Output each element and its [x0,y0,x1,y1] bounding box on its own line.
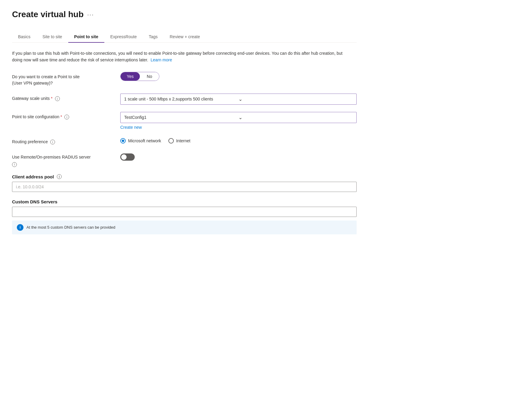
gateway-scale-control[interactable]: 1 scale unit - 500 Mbps x 2,supports 500… [120,94,357,105]
p2s-config-chevron: ⌄ [238,115,353,120]
dns-info-icon: i [17,224,23,231]
no-option[interactable]: No [140,72,159,81]
tab-site-to-site[interactable]: Site to site [36,31,68,43]
dns-info-note: i At the most 5 custom DNS servers can b… [12,221,357,234]
routing-pref-radio-group: Microsoft network Internet [120,137,357,144]
create-new-link[interactable]: Create new [120,125,357,130]
p2s-config-control: TestConfig1 ⌄ Create new [120,112,357,130]
internet-option[interactable]: Internet [168,138,190,144]
internet-label: Internet [176,138,190,143]
client-address-pool-heading: Client address pool i [12,174,357,179]
tab-review-create[interactable]: Review + create [164,31,206,43]
gateway-scale-label: Gateway scale units * i [12,94,114,102]
tab-point-to-site[interactable]: Point to site [68,31,104,43]
gateway-scale-chevron: ⌄ [238,96,353,102]
custom-dns-section: Custom DNS Servers i At the most 5 custo… [12,199,357,234]
gateway-scale-dropdown[interactable]: 1 scale unit - 500 Mbps x 2,supports 500… [120,94,357,105]
routing-pref-control: Microsoft network Internet [120,137,357,144]
routing-pref-label: Routing preference i [12,137,114,145]
radius-info-icon[interactable]: i [12,162,17,167]
gateway-scale-info-icon[interactable]: i [55,96,60,101]
client-address-pool-info-icon[interactable]: i [57,174,62,179]
p2s-config-dropdown[interactable]: TestConfig1 ⌄ [120,112,357,123]
tab-basics[interactable]: Basics [12,31,36,43]
tab-tags[interactable]: Tags [143,31,164,43]
radius-row: Use Remote/On-premises RADIUS server i [12,152,357,167]
dns-info-text: At the most 5 custom DNS servers can be … [26,225,115,230]
radius-toggle-knob [121,154,127,160]
radius-control [120,152,357,162]
routing-pref-info-icon[interactable]: i [50,140,55,144]
tab-expressroute[interactable]: ExpressRoute [104,31,143,43]
custom-dns-heading: Custom DNS Servers [12,199,357,204]
internet-radio[interactable] [168,138,174,144]
p2s-config-row: Point to site configuration * i TestConf… [12,112,357,130]
p2s-config-info-icon[interactable]: i [64,115,69,119]
yes-no-toggle[interactable]: Yes No [120,72,159,81]
p2s-config-label: Point to site configuration * i [12,112,114,120]
learn-more-link[interactable]: Learn more [151,57,172,62]
custom-dns-input[interactable] [12,207,357,217]
description-text: If you plan to use this hub with Point-t… [12,50,343,63]
microsoft-network-label: Microsoft network [128,138,161,143]
page-title: Create virtual hub [12,10,84,19]
client-address-pool-section: Client address pool i [12,174,357,192]
ellipsis-menu[interactable]: ··· [87,11,94,18]
form: Do you want to create a Point to site(Us… [12,72,357,234]
create-p2s-row: Do you want to create a Point to site(Us… [12,72,357,86]
microsoft-network-option[interactable]: Microsoft network [120,138,161,144]
gateway-scale-row: Gateway scale units * i 1 scale unit - 5… [12,94,357,105]
tab-bar: Basics Site to site Point to site Expres… [12,31,357,43]
create-p2s-label: Do you want to create a Point to site(Us… [12,72,114,86]
routing-pref-row: Routing preference i Microsoft network I… [12,137,357,145]
client-address-pool-input[interactable] [12,182,357,192]
radius-label: Use Remote/On-premises RADIUS server i [12,152,114,167]
radius-toggle[interactable] [120,153,135,161]
create-p2s-control: Yes No [120,72,357,81]
microsoft-network-radio[interactable] [120,138,126,144]
yes-option[interactable]: Yes [121,72,140,81]
